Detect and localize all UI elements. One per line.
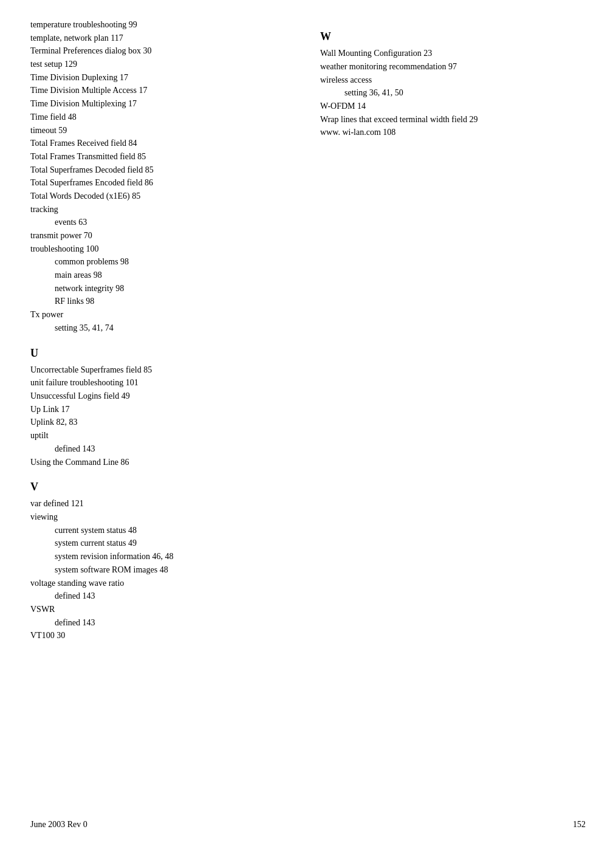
list-item: system current status 49 [30, 537, 296, 550]
list-item: template, network plan 117 [30, 32, 296, 45]
list-item: setting 36, 41, 50 [320, 86, 586, 100]
list-item: VSWR [30, 603, 296, 616]
list-item: viewing [30, 510, 296, 524]
list-item: Uncorrectable Superframes field 85 [30, 363, 296, 377]
u-entries-container: Uncorrectable Superframes field 85unit f… [30, 363, 296, 469]
list-item: var defined 121 [30, 497, 296, 510]
list-item: troubleshooting 100 [30, 242, 296, 256]
list-item: transmit power 70 [30, 229, 296, 242]
v-entries-container: var defined 121viewingcurrent system sta… [30, 497, 296, 642]
list-item: main areas 98 [30, 269, 296, 282]
columns: temperature troubleshooting 99template, … [30, 18, 586, 808]
list-item: voltage standing wave ratio [30, 577, 296, 590]
list-item: Uplink 82, 83 [30, 416, 296, 429]
list-item: defined 143 [30, 442, 296, 456]
list-item: tracking [30, 203, 296, 216]
list-item: W-OFDM 14 [320, 100, 586, 113]
list-item: Wrap lines that exceed terminal width fi… [320, 113, 586, 126]
list-item: uptilt [30, 429, 296, 442]
footer-right-text: 152 [573, 820, 586, 830]
w-entries-container: Wall Mounting Configuration 23weather mo… [320, 47, 586, 139]
list-item: timeout 59 [30, 124, 296, 137]
list-item: system revision information 46, 48 [30, 550, 296, 563]
list-item: system software ROM images 48 [30, 563, 296, 577]
list-item: defined 143 [30, 589, 296, 603]
left-column: temperature troubleshooting 99template, … [30, 18, 296, 808]
list-item: VT100 30 [30, 629, 296, 642]
list-item: Tx power [30, 308, 296, 321]
list-item: Total Frames Received field 84 [30, 137, 296, 150]
list-item: Total Frames Transmitted field 85 [30, 150, 296, 163]
list-item: Using the Command Line 86 [30, 456, 296, 469]
list-item: temperature troubleshooting 99 [30, 18, 296, 32]
list-item: Time Division Multiplexing 17 [30, 97, 296, 111]
list-item: weather monitoring recommendation 97 [320, 60, 586, 74]
list-item: Time field 48 [30, 111, 296, 124]
left-entries-container: temperature troubleshooting 99template, … [30, 18, 296, 335]
list-item: network integrity 98 [30, 282, 296, 295]
list-item: Total Superframes Decoded field 85 [30, 163, 296, 177]
list-item: www. wi-lan.com 108 [320, 126, 586, 139]
list-item: Up Link 17 [30, 403, 296, 416]
section-v-header: V [30, 479, 296, 495]
footer: June 2003 Rev 0 152 [30, 808, 586, 830]
page-container: temperature troubleshooting 99template, … [0, 0, 616, 866]
list-item: Total Words Decoded (x1E6) 85 [30, 190, 296, 203]
list-item: wireless access [320, 74, 586, 87]
section-w-header: W [320, 29, 586, 44]
list-item: events 63 [30, 216, 296, 229]
list-item: RF links 98 [30, 295, 296, 308]
list-item: Unsuccessful Logins field 49 [30, 390, 296, 403]
right-column: W Wall Mounting Configuration 23weather … [320, 18, 586, 808]
list-item: current system status 48 [30, 524, 296, 537]
list-item: unit failure troubleshooting 101 [30, 376, 296, 390]
list-item: Terminal Preferences dialog box 30 [30, 44, 296, 58]
list-item: defined 143 [30, 616, 296, 630]
list-item: Time Division Multiple Access 17 [30, 84, 296, 97]
section-u-header: U [30, 346, 296, 361]
list-item: common problems 98 [30, 255, 296, 269]
list-item: test setup 129 [30, 58, 296, 71]
list-item: Total Superframes Encoded field 86 [30, 176, 296, 190]
list-item: Time Division Duplexing 17 [30, 71, 296, 84]
list-item: Wall Mounting Configuration 23 [320, 47, 586, 60]
footer-left-text: June 2003 Rev 0 [30, 820, 87, 830]
list-item: setting 35, 41, 74 [30, 321, 296, 335]
